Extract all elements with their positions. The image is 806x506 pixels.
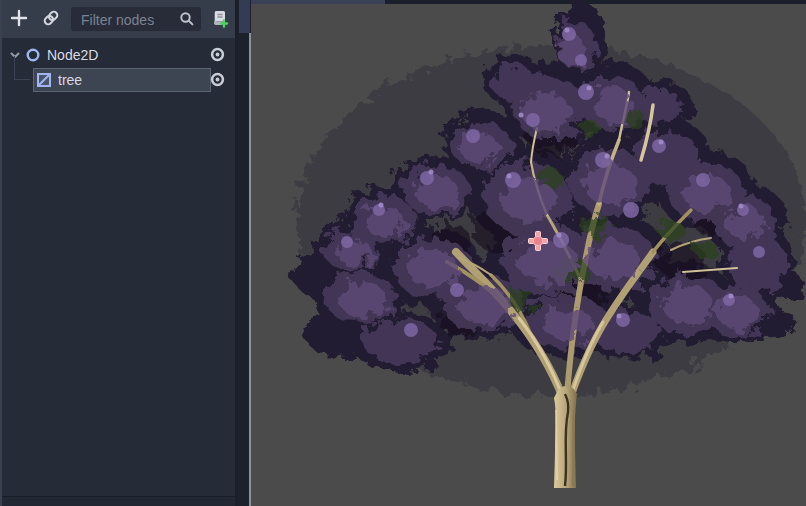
2d-viewport[interactable] <box>251 0 806 506</box>
scene-dock-toolbar <box>2 0 235 38</box>
scene-dock: Node2D <box>0 0 238 506</box>
node-label: tree <box>58 72 82 88</box>
collapse-chevron-icon[interactable] <box>8 48 22 62</box>
dock-bottom-strip <box>2 496 235 506</box>
instance-scene-button[interactable] <box>39 7 63 31</box>
visibility-eye-icon-tree[interactable] <box>207 69 228 90</box>
plus-icon <box>9 8 29 31</box>
tree-row-tree[interactable]: tree <box>2 67 235 92</box>
node2d-circle-icon <box>25 47 41 63</box>
add-node-button[interactable] <box>7 7 31 31</box>
tree-sprite[interactable] <box>251 0 806 506</box>
attach-script-button[interactable] <box>207 7 231 31</box>
filter-nodes-box <box>71 7 201 31</box>
selected-row-highlight[interactable]: tree <box>33 68 211 92</box>
godot-editor: Node2D <box>0 0 806 506</box>
script-plus-icon <box>209 8 229 31</box>
sprite-icon <box>36 72 52 88</box>
visibility-eye-icon-node2d[interactable] <box>207 44 228 65</box>
tree-connector-line <box>14 79 30 80</box>
tree-row-node2d[interactable]: Node2D <box>2 42 235 67</box>
splitter-top-block <box>239 0 250 33</box>
scene-tree: Node2D <box>2 38 235 497</box>
node-label: Node2D <box>47 47 98 63</box>
tree-connector-line <box>14 56 15 79</box>
filter-nodes-input[interactable] <box>79 7 179 33</box>
chain-link-icon <box>41 8 61 31</box>
magnifier-icon <box>179 11 195 31</box>
